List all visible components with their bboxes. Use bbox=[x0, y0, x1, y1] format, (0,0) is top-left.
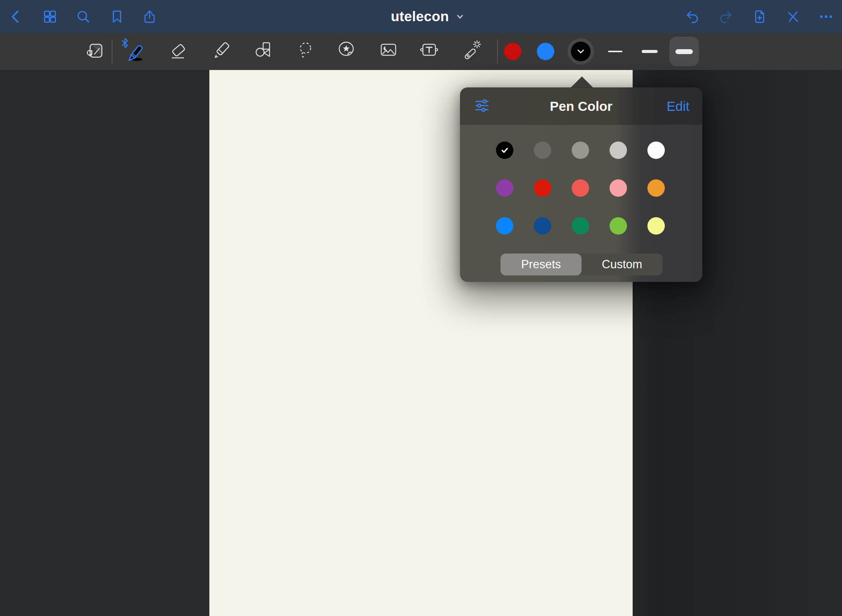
page-title: utelecon bbox=[391, 9, 449, 25]
handwriting-panel-button[interactable] bbox=[84, 39, 107, 64]
color-swatch-gray[interactable] bbox=[572, 142, 589, 159]
handwriting-panel-icon bbox=[84, 39, 107, 64]
chevron-down-icon bbox=[577, 49, 585, 54]
undo-button[interactable] bbox=[682, 6, 703, 27]
thickness-medium-button[interactable] bbox=[638, 39, 662, 64]
bookmark-icon bbox=[109, 8, 125, 25]
color-swatch-red[interactable] bbox=[534, 179, 551, 197]
thumbnails-button[interactable] bbox=[39, 6, 61, 27]
search-button[interactable] bbox=[73, 6, 94, 27]
quick-color-black-selected[interactable] bbox=[568, 38, 594, 65]
top-navigation-bar: utelecon bbox=[0, 0, 842, 33]
color-swatch-yellow[interactable] bbox=[647, 217, 665, 235]
popover-title: Pen Color bbox=[550, 87, 612, 125]
search-icon bbox=[75, 8, 92, 25]
stylus-bluetooth-icon bbox=[120, 37, 129, 49]
thick-stroke-preview bbox=[675, 49, 693, 54]
undo-icon bbox=[684, 8, 701, 25]
toolbar-separator bbox=[112, 39, 112, 64]
lasso-icon bbox=[295, 39, 318, 64]
color-swatch-navy[interactable] bbox=[534, 217, 551, 235]
edit-colors-button[interactable]: Edit bbox=[667, 87, 689, 125]
back-button[interactable] bbox=[5, 6, 27, 27]
sliders-icon bbox=[474, 99, 490, 113]
presets-custom-segmented-control: Presets Custom bbox=[501, 254, 663, 275]
tab-presets[interactable]: Presets bbox=[501, 254, 582, 275]
text-tool-button[interactable] bbox=[418, 39, 441, 64]
color-swatch-orange[interactable] bbox=[647, 179, 665, 197]
share-icon bbox=[141, 8, 158, 25]
add-page-icon bbox=[751, 8, 768, 25]
add-page-button[interactable] bbox=[749, 6, 770, 27]
quick-color-blue[interactable] bbox=[537, 43, 554, 60]
canvas-area bbox=[0, 70, 842, 616]
bookmark-button[interactable] bbox=[106, 6, 128, 27]
color-swatch-green[interactable] bbox=[610, 217, 627, 235]
color-swatch-pink[interactable] bbox=[610, 179, 627, 197]
thickness-thick-button-selected[interactable] bbox=[669, 37, 699, 66]
back-chevron-icon bbox=[8, 8, 24, 25]
ellipsis-icon bbox=[818, 8, 834, 25]
check-icon bbox=[500, 145, 510, 155]
laser-pointer-icon bbox=[460, 39, 483, 64]
color-swatch-white[interactable] bbox=[647, 142, 665, 159]
highlighter-tool-button[interactable] bbox=[210, 39, 232, 64]
text-icon bbox=[418, 39, 441, 64]
tab-custom[interactable]: Custom bbox=[582, 254, 663, 275]
image-tool-button[interactable] bbox=[377, 39, 400, 64]
stickers-tool-button[interactable] bbox=[335, 39, 358, 64]
medium-stroke-preview bbox=[642, 50, 658, 53]
thin-stroke-preview bbox=[608, 51, 622, 52]
quick-color-red[interactable] bbox=[504, 43, 521, 60]
pen-color-popover: Pen Color Edit bbox=[460, 87, 702, 282]
color-row-grays bbox=[496, 142, 665, 159]
image-icon bbox=[377, 39, 400, 64]
color-swatch-blue[interactable] bbox=[496, 217, 513, 235]
eraser-icon bbox=[167, 39, 190, 64]
color-swatch-dark-gray[interactable] bbox=[534, 142, 551, 159]
more-options-button[interactable] bbox=[815, 6, 837, 27]
toolbar-separator bbox=[497, 39, 498, 64]
tool-bar bbox=[0, 33, 842, 70]
redo-button[interactable] bbox=[715, 6, 736, 27]
pen-settings-button[interactable] bbox=[474, 99, 490, 113]
color-swatch-purple[interactable] bbox=[496, 179, 513, 197]
color-swatch-black-selected[interactable] bbox=[496, 142, 513, 159]
crossed-pen-icon bbox=[784, 8, 801, 25]
thickness-thin-button[interactable] bbox=[603, 39, 627, 64]
chevron-down-icon bbox=[455, 12, 465, 22]
lasso-tool-button[interactable] bbox=[295, 39, 318, 64]
sticker-star-icon bbox=[335, 39, 358, 64]
share-button[interactable] bbox=[139, 6, 160, 27]
app-screen: utelecon bbox=[0, 0, 842, 616]
highlighter-icon bbox=[210, 39, 232, 64]
redo-icon bbox=[717, 8, 734, 25]
thumbnails-grid-icon bbox=[42, 8, 58, 25]
color-swatch-teal[interactable] bbox=[572, 217, 589, 235]
shapes-tool-button[interactable] bbox=[252, 39, 275, 64]
document-title-button[interactable]: utelecon bbox=[391, 0, 465, 33]
laser-pointer-tool-button[interactable] bbox=[460, 39, 483, 64]
popover-header: Pen Color Edit bbox=[460, 87, 702, 125]
color-row-cool bbox=[496, 217, 665, 235]
eraser-tool-button[interactable] bbox=[167, 39, 190, 64]
color-swatch-coral[interactable] bbox=[572, 179, 589, 197]
read-only-toggle-button[interactable] bbox=[782, 6, 803, 27]
color-swatch-light-gray[interactable] bbox=[610, 142, 627, 159]
color-row-warm bbox=[496, 179, 665, 197]
shapes-icon bbox=[252, 39, 275, 64]
